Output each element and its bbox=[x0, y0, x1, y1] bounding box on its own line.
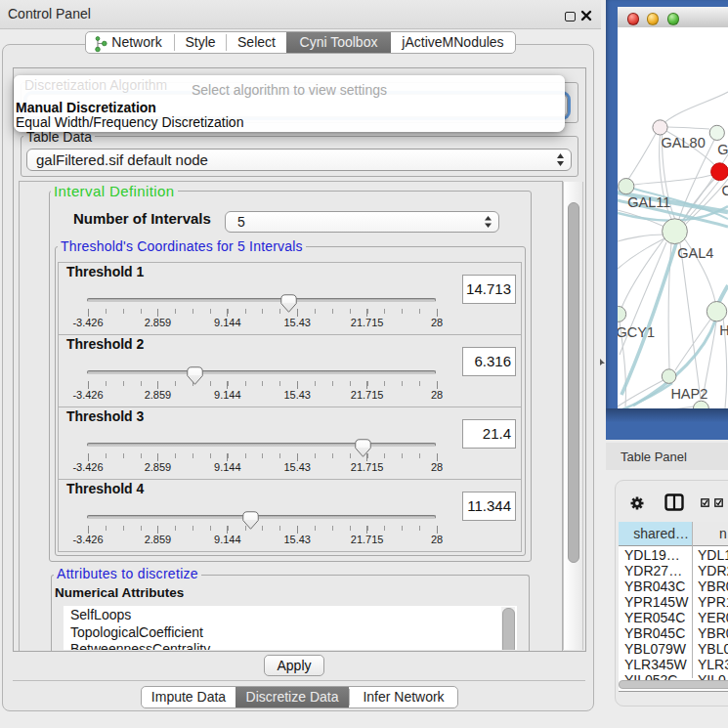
svg-text:C: C bbox=[721, 183, 728, 198]
svg-text:GAL11: GAL11 bbox=[627, 194, 670, 210]
svg-text:GAL4: GAL4 bbox=[677, 245, 713, 261]
svg-text:GA: GA bbox=[717, 142, 728, 157]
svg-text:GAL80: GAL80 bbox=[662, 135, 706, 150]
svg-text:GCY1: GCY1 bbox=[618, 324, 655, 340]
svg-text:H: H bbox=[719, 322, 728, 338]
svg-text:HAP2: HAP2 bbox=[670, 386, 707, 402]
